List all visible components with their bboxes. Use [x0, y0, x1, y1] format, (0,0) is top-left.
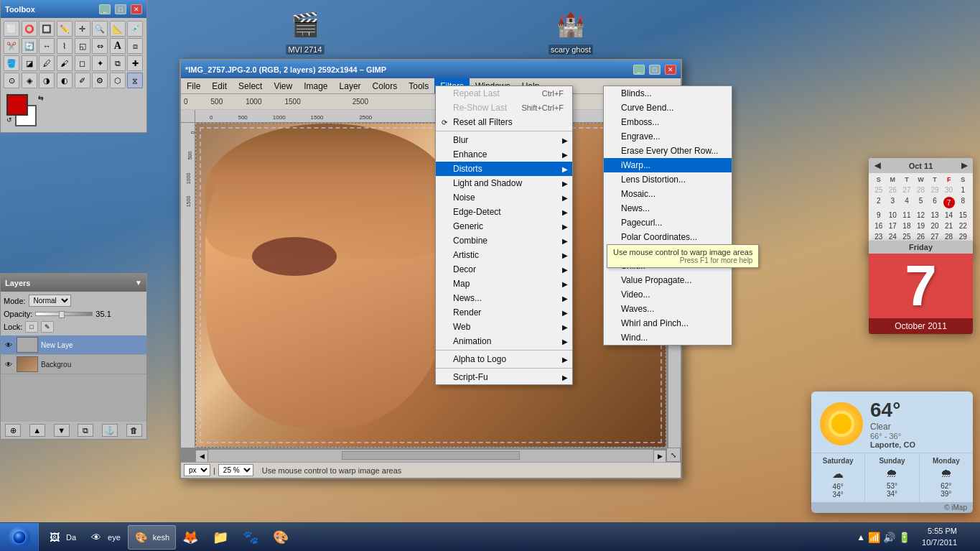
tool-align[interactable]: ⧈: [127, 38, 143, 54]
canvas-scrollbar-horizontal[interactable]: ◀ ▶: [195, 449, 666, 462]
tool-shear[interactable]: ⌇: [57, 38, 73, 54]
menu-distorts[interactable]: Distorts ▶: [436, 162, 572, 176]
cal-day-7[interactable]: 7: [942, 195, 956, 210]
tool-free-select[interactable]: 🔲: [39, 21, 55, 37]
tool-burn[interactable]: ◐: [57, 73, 73, 88]
systray-show-desktop[interactable]: ▲: [857, 532, 865, 542]
menu-combine[interactable]: Combine ▶: [436, 233, 572, 248]
tool-iscissors[interactable]: ⚙: [92, 73, 108, 88]
tool-blend[interactable]: ◪: [22, 55, 37, 71]
menu-blur[interactable]: Blur ▶: [436, 133, 572, 147]
menu-reset-all[interactable]: ⟳ Reset all Filters: [436, 115, 572, 129]
tool-ellipse-select[interactable]: ⭕: [22, 21, 37, 37]
cal-day-19[interactable]: 19: [914, 221, 928, 231]
cal-day-27-prev[interactable]: 27: [900, 185, 914, 195]
lock-paint-btn[interactable]: ✎: [41, 321, 54, 333]
layers-mode-select[interactable]: Normal: [29, 295, 71, 307]
canvas-corner-btn[interactable]: ⤡: [666, 448, 681, 462]
layer-raise-btn[interactable]: ▲: [29, 424, 45, 437]
cal-day-16[interactable]: 16: [872, 221, 886, 231]
menu-reshow-last[interactable]: Re-Show Last Shift+Ctrl+F: [436, 101, 572, 115]
tool-measure[interactable]: 📐: [110, 21, 126, 37]
tool-scissors[interactable]: ✂️: [4, 38, 19, 54]
cal-day-17[interactable]: 17: [886, 221, 900, 231]
submenu-waves[interactable]: Waves...: [604, 302, 732, 316]
layer-item-new[interactable]: 👁 New Laye: [1, 335, 146, 355]
layer-item-bg[interactable]: 👁 Backgrou: [1, 355, 146, 374]
taskbar-item-da[interactable]: 🖼 Da: [42, 525, 82, 550]
taskbar-item-kesh[interactable]: 🎨 kesh: [128, 525, 176, 550]
submenu-lens-distortion[interactable]: Lens Distortion...: [604, 172, 732, 187]
submenu-emboss[interactable]: Emboss...: [604, 115, 732, 129]
tool-path[interactable]: ✐: [75, 73, 90, 88]
cal-day-26-prev[interactable]: 26: [886, 185, 900, 195]
taskbar-paint[interactable]: 🎨: [268, 525, 297, 550]
submenu-polar-coords[interactable]: Polar Coordinates...: [604, 230, 732, 244]
tool-rect-select[interactable]: ⬜: [4, 21, 19, 37]
layer-duplicate-btn[interactable]: ⧉: [78, 424, 93, 437]
menu-noise[interactable]: Noise ▶: [436, 190, 572, 205]
calendar-prev-btn[interactable]: ◀: [874, 161, 880, 170]
menu-script-fu[interactable]: Script-Fu ▶: [436, 370, 572, 384]
menu-view[interactable]: View: [268, 78, 298, 93]
tool-color-pick[interactable]: 💉: [127, 21, 143, 37]
tool-perspective[interactable]: ◱: [75, 38, 90, 54]
submenu-newsprint2[interactable]: News...: [604, 201, 732, 216]
tool-eraser[interactable]: ◻: [75, 55, 90, 71]
scroll-h-track[interactable]: [208, 450, 653, 462]
tool-rotate[interactable]: 🔄: [22, 38, 37, 54]
submenu-curve-bend[interactable]: Curve Bend...: [604, 101, 732, 115]
cal-day-6[interactable]: 6: [928, 195, 942, 210]
scroll-left-btn[interactable]: ◀: [195, 450, 208, 463]
cal-day-3[interactable]: 3: [886, 195, 900, 210]
submenu-engrave[interactable]: Engrave...: [604, 129, 732, 144]
layer-eye-bg[interactable]: 👁: [4, 359, 14, 369]
cal-day-5[interactable]: 5: [914, 195, 928, 210]
menu-repeat-last[interactable]: Repeat Last Ctrl+F: [436, 86, 572, 101]
cal-day-8[interactable]: 8: [956, 195, 970, 210]
layers-expand-btn[interactable]: ▼: [135, 279, 142, 287]
cal-day-11[interactable]: 11: [900, 210, 914, 221]
tool-smudge[interactable]: ⊙: [4, 73, 19, 88]
submenu-whirl-pinch[interactable]: Whirl and Pinch...: [604, 316, 732, 330]
tool-warp[interactable]: ⧖: [127, 73, 143, 88]
cal-day-10[interactable]: 10: [886, 210, 900, 221]
cal-day-15[interactable]: 15: [956, 210, 970, 221]
systray-time-area[interactable]: 5:55 PM 10/7/2011: [916, 526, 963, 548]
menu-light-shadow[interactable]: Light and Shadow ▶: [436, 176, 572, 190]
scroll-right-btn[interactable]: ▶: [653, 450, 666, 463]
cal-day-29-prev[interactable]: 29: [928, 185, 942, 195]
layers-opacity-slider[interactable]: [35, 312, 93, 316]
layer-delete-btn[interactable]: 🗑: [126, 424, 142, 437]
start-button[interactable]: [0, 523, 39, 552]
submenu-erase-every[interactable]: Erase Every Other Row...: [604, 144, 732, 158]
tool-dodge[interactable]: ◑: [39, 73, 55, 88]
scroll-h-thumb[interactable]: [342, 451, 520, 460]
tool-move[interactable]: ✛: [75, 21, 90, 37]
cal-day-13[interactable]: 13: [928, 210, 942, 221]
tool-bucket[interactable]: 🪣: [4, 55, 19, 71]
tool-sharpen[interactable]: ◈: [22, 73, 37, 88]
tool-cage[interactable]: ⬡: [110, 73, 126, 88]
tool-text[interactable]: A: [110, 38, 126, 54]
layer-new-btn[interactable]: ⊕: [5, 424, 21, 437]
menu-edge-detect[interactable]: Edge-Detect ▶: [436, 205, 572, 219]
tool-pencil[interactable]: ✏️: [57, 21, 73, 37]
gimp-maximize-btn[interactable]: □: [649, 65, 661, 75]
menu-select[interactable]: Select: [233, 78, 268, 93]
gimp-close-btn[interactable]: ✕: [665, 65, 676, 75]
swap-colors-btn[interactable]: ⇆: [38, 94, 48, 104]
taskbar-gimp[interactable]: 🐾: [238, 525, 266, 550]
menu-layer[interactable]: Layer: [334, 78, 367, 93]
cal-day-18[interactable]: 18: [900, 221, 914, 231]
cal-day-25-prev[interactable]: 25: [872, 185, 886, 195]
toolbox-minimize-btn[interactable]: _: [99, 4, 111, 14]
menu-web[interactable]: Web ▶: [436, 320, 572, 334]
menu-render[interactable]: Render ▶: [436, 305, 572, 320]
taskbar-explorer[interactable]: 📁: [207, 525, 236, 550]
toolbox-maximize-btn[interactable]: □: [115, 4, 126, 14]
menu-decor[interactable]: Decor ▶: [436, 262, 572, 277]
menu-generic[interactable]: Generic ▶: [436, 219, 572, 233]
menu-image[interactable]: Image: [298, 78, 333, 93]
cal-day-30-prev[interactable]: 30: [942, 185, 956, 195]
